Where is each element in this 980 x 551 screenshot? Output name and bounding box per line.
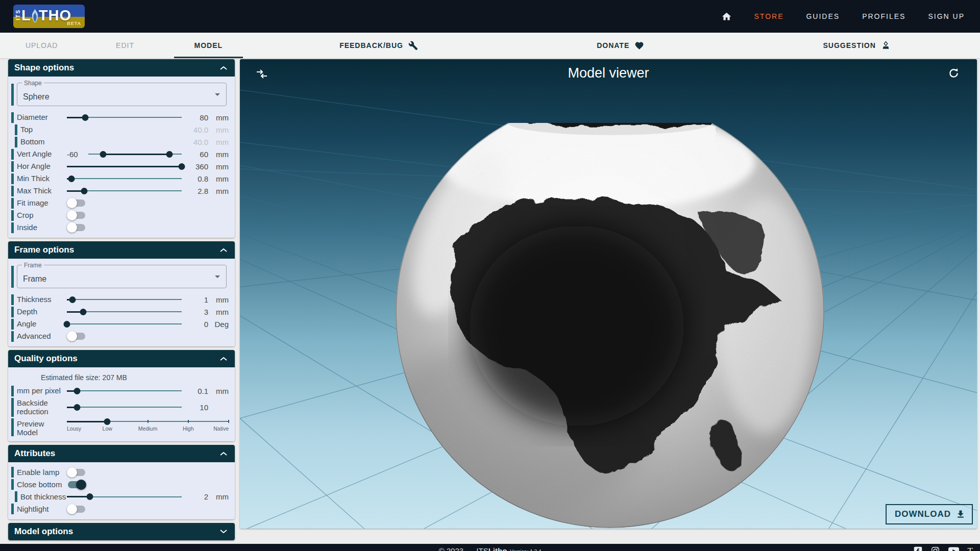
enable-lamp-row: Enable lamp — [11, 466, 229, 479]
slider-knob[interactable] — [80, 309, 86, 315]
facebook-icon[interactable] — [914, 546, 922, 551]
tab-upload[interactable]: UPLOAD — [0, 33, 83, 58]
chevron-up-icon — [219, 356, 228, 361]
preview-model-slider[interactable]: Lousy Low Medium High Native — [67, 417, 229, 433]
thingiverse-icon[interactable]: T — [968, 546, 973, 551]
chevron-down-icon — [215, 276, 220, 278]
footer: © 2023 — ITSLitho Version: 1.3.4 T — [0, 544, 980, 551]
range-knob-low[interactable] — [100, 151, 107, 158]
version-link[interactable]: Version: 1.3.4 — [510, 549, 541, 551]
inside-toggle[interactable] — [68, 222, 86, 233]
home-icon[interactable] — [721, 11, 732, 22]
diameter-slider[interactable] — [67, 113, 182, 121]
main-content: Shape options Shape Sphere Diameter — [0, 58, 980, 544]
itslitho-logo[interactable]: ITS L THO BETA — [13, 5, 85, 28]
panel-title: Model options — [14, 527, 73, 537]
shape-options-header[interactable]: Shape options — [8, 59, 235, 77]
top-row: Top 40.0 mm — [11, 123, 229, 136]
nav-link-signup[interactable]: SIGN UP — [928, 12, 965, 20]
feedback-bug-button[interactable]: FEEDBACK/BUG — [339, 41, 418, 51]
fit-image-label: Fit image — [17, 198, 67, 207]
chevron-down-icon — [215, 93, 220, 96]
slider-knob[interactable] — [82, 114, 89, 121]
max-thick-slider[interactable] — [67, 187, 182, 195]
depth-slider[interactable] — [67, 308, 182, 316]
slider-knob[interactable] — [81, 188, 87, 194]
shape-select[interactable]: Shape Sphere — [17, 83, 227, 106]
fit-image-toggle[interactable] — [68, 198, 86, 208]
thickness-value: 1 — [182, 295, 208, 304]
hor-angle-slider[interactable] — [67, 162, 182, 170]
donate-button[interactable]: DONATE — [597, 41, 644, 51]
top-navbar: ITS L THO BETA STORE GUIDES PROFILES SIG… — [0, 0, 980, 33]
collapse-panel-icon[interactable] — [255, 68, 268, 81]
nav-link-guides[interactable]: GUIDES — [806, 12, 840, 20]
suggestion-button[interactable]: SUGGESTION — [823, 41, 890, 51]
slider-knob[interactable] — [74, 404, 81, 411]
quality-options-header[interactable]: Quality options — [8, 350, 235, 367]
tab-model[interactable]: MODEL — [167, 33, 250, 58]
nav-link-profiles[interactable]: PROFILES — [862, 12, 905, 20]
mm-per-pixel-slider[interactable] — [67, 387, 182, 395]
backside-reduction-label: Backside reduction — [17, 398, 67, 416]
attributes-header[interactable]: Attributes — [8, 445, 235, 462]
nightlight-toggle[interactable] — [68, 504, 86, 514]
footer-social-icons: T — [914, 544, 973, 551]
wrench-icon — [408, 41, 418, 51]
shape-options-body: Shape Sphere Diameter 80 mm T — [8, 77, 235, 238]
footer-copyright: © 2023 — ITSLitho Version: 1.3.4 — [439, 546, 542, 551]
mm-per-pixel-row: mm per pixel 0.1 mm — [11, 385, 229, 397]
thickness-slider[interactable] — [67, 295, 182, 304]
tab-edit[interactable]: EDIT — [83, 33, 166, 58]
slider-knob[interactable] — [74, 388, 81, 394]
bot-thickness-value: 2 — [182, 492, 208, 501]
slider-knob[interactable] — [64, 321, 70, 328]
frame-select-row: Frame Frame — [11, 265, 229, 288]
instagram-icon[interactable] — [931, 546, 940, 551]
suggestion-icon — [881, 41, 891, 51]
slider-knob[interactable] — [68, 176, 75, 182]
mm-per-pixel-label: mm per pixel — [17, 386, 67, 395]
slider-knob[interactable] — [87, 493, 93, 500]
slider-knob[interactable] — [179, 163, 185, 170]
enable-lamp-toggle[interactable] — [68, 467, 86, 478]
advanced-toggle[interactable] — [68, 331, 86, 341]
refresh-icon[interactable] — [948, 67, 960, 81]
download-button[interactable]: DOWNLOAD — [886, 504, 973, 524]
range-knob-high[interactable] — [166, 151, 173, 158]
logo-letter-l: L — [21, 8, 31, 23]
model-viewer[interactable]: Model viewer DOWNLOAD — [240, 59, 977, 529]
bottom-value: 40.0 — [182, 138, 208, 146]
topnav-links: STORE GUIDES PROFILES SIGN UP — [721, 11, 965, 22]
youtube-icon[interactable] — [948, 547, 959, 551]
backside-reduction-slider[interactable] — [67, 403, 182, 411]
chevron-up-icon — [219, 247, 228, 253]
tabs-group: UPLOAD EDIT MODEL — [0, 33, 250, 58]
tick-label-lousy: Lousy — [67, 425, 81, 432]
max-thick-value: 2.8 — [182, 187, 208, 195]
bot-thickness-slider[interactable] — [67, 493, 182, 501]
mm-per-pixel-value: 0.1 — [182, 387, 208, 395]
close-bottom-toggle[interactable] — [68, 480, 86, 490]
depth-label: Depth — [17, 307, 67, 316]
frame-options-header[interactable]: Frame options — [8, 241, 235, 259]
slider-knob[interactable] — [69, 296, 76, 303]
nav-link-store[interactable]: STORE — [754, 12, 784, 20]
footer-brand: ITSLitho — [476, 546, 507, 551]
bot-thickness-row: Bot thickness 2 mm — [11, 491, 229, 503]
frame-select[interactable]: Frame Frame — [17, 265, 227, 288]
slider-knob[interactable] — [104, 418, 111, 425]
vert-angle-row: Vert Angle -60 60 mm — [11, 148, 229, 160]
vert-angle-range-slider[interactable] — [88, 150, 182, 158]
angle-value: 0 — [182, 320, 208, 329]
panel-title: Quality options — [14, 354, 78, 364]
diameter-row: Diameter 80 mm — [11, 111, 229, 123]
top-label: Top — [20, 125, 67, 134]
lithophane-sphere[interactable] — [368, 97, 824, 529]
hor-angle-value: 360 — [182, 162, 208, 171]
min-thick-slider[interactable] — [67, 174, 182, 183]
model-options-header[interactable]: Model options — [8, 523, 235, 540]
crop-toggle[interactable] — [68, 210, 86, 220]
angle-slider[interactable] — [67, 320, 182, 328]
shape-options-panel: Shape options Shape Sphere Diameter — [8, 59, 235, 238]
